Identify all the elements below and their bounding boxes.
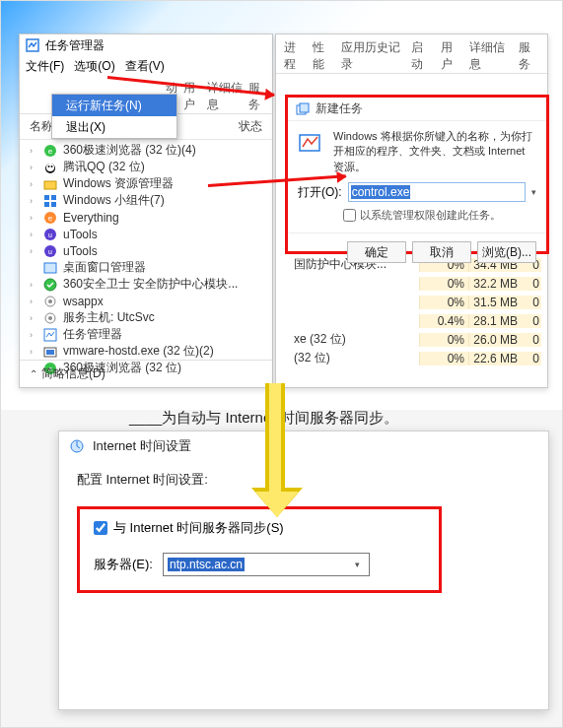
detail-cpu: 0% [419,296,468,309]
process-icon [43,311,57,325]
detail-row[interactable]: 0.4%28.1 MB0 [276,311,547,330]
process-row[interactable]: 桌面窗口管理器 [24,259,268,276]
process-row[interactable]: ›任务管理器 [24,326,268,343]
col-name: 名称 [30,118,53,135]
process-name: 任务管理器 [63,326,122,343]
rtab-2[interactable]: 应用历史记录 [341,39,403,73]
process-icon [43,177,57,191]
process-row[interactable]: ›uuTools [24,242,268,259]
expand-icon[interactable]: › [30,163,37,172]
process-row[interactable]: ›uuTools [24,226,268,242]
file-menu-popup: 运行新任务(N) 退出(X) [51,94,177,139]
detail-mem: 32.2 MB [468,277,522,291]
rtab-6[interactable]: 服务 [519,39,539,73]
annotation-redbox: 与 Internet 时间服务器同步(S) 服务器(E): ntp.ntsc.a… [77,506,442,593]
detail-cpu: 0% [419,333,468,347]
rtab-0[interactable]: 进程 [284,39,305,73]
open-input-value: control.exe [351,185,411,199]
detail-mem: 31.5 MB [468,296,522,309]
process-name: 服务主机: UtcSvc [63,309,155,326]
server-value: ntp.ntsc.ac.cn [168,558,245,571]
process-icon [43,278,57,292]
menu-options[interactable]: 选项(O) [74,58,114,75]
expand-icon[interactable]: › [30,246,37,256]
process-icon: u [43,244,57,258]
svg-rect-10 [44,202,49,207]
menu-view[interactable]: 查看(V) [125,58,165,75]
detail-cpu: 0% [419,277,468,291]
menu-run-new-task[interactable]: 运行新任务(N) [52,95,176,116]
process-row[interactable]: ›vmware-hostd.exe (32 位)(2) [24,343,268,360]
expand-icon[interactable]: › [30,313,37,323]
detail-row[interactable]: (32 位)0%22.6 MB0 [276,349,547,367]
menu-exit[interactable]: 退出(X) [52,116,176,138]
cancel-button[interactable]: 取消 [412,241,471,263]
admin-checkbox[interactable] [343,209,356,222]
detail-mem: 26.0 MB [468,333,522,347]
chevron-down-icon[interactable]: ▾ [349,555,367,574]
expand-icon[interactable]: › [30,347,37,357]
rtab-3[interactable]: 启动 [411,39,432,73]
expand-icon[interactable]: › [30,230,37,239]
open-input[interactable]: control.exe [348,182,526,202]
process-icon [43,261,57,275]
svg-rect-30 [300,103,309,112]
chevron-up-icon[interactable]: ⌃ [30,368,37,379]
process-row[interactable]: ›eEverything [24,209,268,226]
internet-time-window: Internet 时间设置 配置 Internet 时间设置: 与 Intern… [58,430,549,710]
sync-checkbox[interactable] [94,521,107,535]
svg-point-21 [48,299,52,303]
process-name: Windows 小组件(7) [63,192,165,209]
rtab-1[interactable]: 性能 [313,39,333,73]
expand-icon[interactable]: › [30,280,37,290]
process-row[interactable]: ›服务主机: UtcSvc [24,309,268,326]
process-row[interactable]: ›wsappx [24,293,268,309]
annotation-big-arrow [255,383,295,517]
process-row[interactable]: ›e360极速浏览器 (32 位)(4) [24,142,268,159]
expand-icon[interactable]: › [30,213,37,223]
task-manager-icon [26,38,39,52]
rtab-4[interactable]: 用户 [441,39,461,73]
process-row[interactable]: ›360安全卫士 安全防护中心模块... [24,276,268,293]
dropdown-icon[interactable]: ▾ [531,187,536,197]
menu-file[interactable]: 文件(F) [26,58,64,75]
detail-name: xe (32 位) [282,331,419,348]
expand-icon[interactable]: › [30,297,37,306]
process-name: Windows 资源管理器 [63,175,174,192]
detail-mem: 22.6 MB [468,352,522,365]
svg-point-5 [48,165,50,167]
detail-name: (32 位) [282,350,419,366]
expand-icon[interactable]: › [30,146,37,156]
expand-icon[interactable]: › [30,179,37,189]
process-row[interactable]: ›腾讯QQ (32 位) [24,159,268,175]
process-list: ›e360极速浏览器 (32 位)(4)›腾讯QQ (32 位)›Windows… [20,140,272,378]
ok-button[interactable]: 确定 [347,241,406,263]
browse-button[interactable]: 浏览(B)... [477,241,536,263]
expand-icon[interactable]: › [30,196,37,206]
detail-row[interactable]: 0%32.2 MB0 [276,274,547,293]
server-combobox[interactable]: ntp.ntsc.ac.cn ▾ [163,553,370,576]
detail-row[interactable]: xe (32 位)0%26.0 MB0 [276,330,547,349]
process-name: Everything [63,211,119,225]
detail-disk: 0 [522,333,541,347]
expand-icon[interactable]: › [30,330,37,340]
process-icon [43,161,57,174]
run-icon [296,102,310,116]
svg-text:e: e [48,214,53,223]
new-task-dialog: 新建任务 Windows 将根据你所键入的名称，为你打开相应的程序、文件夹、文档… [285,95,549,254]
new-task-desc: Windows 将根据你所键入的名称，为你打开相应的程序、文件夹、文档或 Int… [333,129,536,174]
fewer-details-button[interactable]: 简略信息(D) [41,365,106,382]
detail-rows: 国防护中心模块...0%34.4 MB00%32.2 MB00%31.5 MB0… [276,255,547,367]
svg-point-4 [46,164,54,171]
process-icon [43,295,57,308]
process-icon: e [43,211,57,225]
task-manager-title: 任务管理器 [45,37,105,54]
tm-tab-3[interactable]: 服务 [248,80,266,113]
svg-rect-18 [44,263,56,273]
process-row[interactable]: ›Windows 小组件(7) [24,192,268,209]
tm-tab-2[interactable]: 详细信息 [207,80,243,113]
svg-rect-7 [44,181,56,189]
detail-row[interactable]: 0%31.5 MB0 [276,293,547,311]
rtab-5[interactable]: 详细信息 [469,39,511,73]
globe-clock-icon [69,438,85,454]
